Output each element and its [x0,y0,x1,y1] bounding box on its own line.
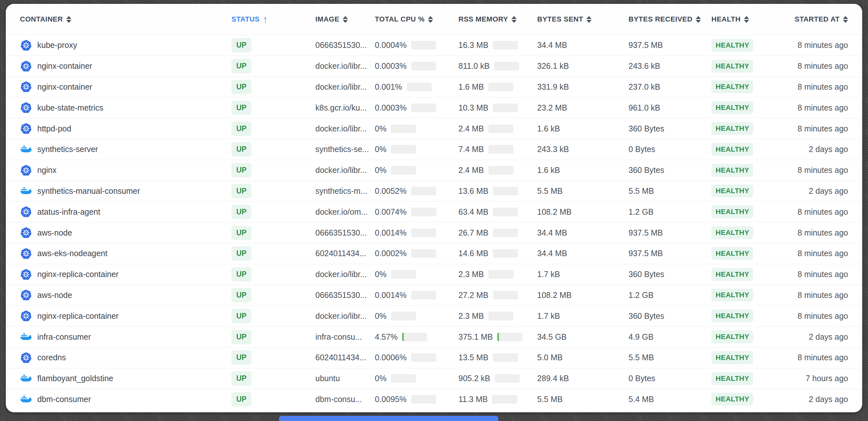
rss-memory-value: 375.1 MB [459,332,493,342]
sort-arrows-icon [744,16,749,23]
health-badge: HEALTHY [711,185,753,197]
column-header-image[interactable]: IMAGE ↑ [315,15,375,24]
cpu-meter [411,103,436,112]
health-badge: HEALTHY [711,247,753,260]
bytes-sent-value: 326.1 kB [537,61,628,71]
cpu-percent-value: 0% [375,312,386,321]
sort-arrows-icon [843,16,848,23]
rss-memory-value: 63.4 MB [459,207,488,217]
status-badge: UP [231,267,251,282]
column-header-label: STATUS [231,15,260,24]
table-row[interactable]: kube-proxy UP 0666351530... 0.0004% 16.3… [6,35,862,56]
column-header-status[interactable]: STATUS ↑ [231,14,315,24]
status-badge: UP [231,350,251,365]
bytes-received-value: 937.5 MB [628,228,711,237]
table-row[interactable]: synthetics-manual-consumer UP synthetics… [6,181,862,201]
image-name: 0666351530... [315,228,375,237]
memory-meter [493,41,518,50]
table-row[interactable]: infra-consumer UP infra-consu... 4.57% 3… [6,326,862,347]
cpu-meter [402,333,427,341]
memory-meter [488,270,514,279]
status-badge: UP [231,101,251,115]
column-header-health[interactable]: HEALTH ↑ [711,15,788,24]
column-header-started_at[interactable]: STARTED AT ↑ [788,15,848,24]
container-name: nginx-container [37,61,92,71]
container-name: nginx-replica-container [37,312,119,321]
table-row[interactable]: httpd-pod UP docker.io/libr... 0% 2.4 MB… [6,118,862,139]
rss-memory-value: 2.3 MB [459,270,484,279]
memory-meter [497,333,522,341]
kubernetes-icon [20,39,32,52]
table-row[interactable]: aws-node UP 0666351530... 0.0014% 27.2 M… [6,285,862,305]
cpu-meter [411,187,436,195]
table-row[interactable]: flamboyant_goldstine UP ubuntu 0% 905.2 … [6,368,862,389]
cpu-percent-value: 0% [375,374,386,383]
cpu-percent-value: 0.0074% [375,207,407,217]
column-header-bytes_sent[interactable]: BYTES SENT ↑ [537,15,628,24]
status-badge: UP [231,142,251,157]
kubernetes-icon [20,81,32,93]
cpu-percent-value: 0.0004% [375,40,407,50]
table-row[interactable]: dbm-consumer UP dbm-consu... 0.0095% 11.… [6,389,862,410]
health-badge: HEALTHY [711,80,753,93]
table-row[interactable]: coredns UP 6024011434... 0.0006% 13.5 MB… [6,347,862,368]
container-name: nginx-container [37,82,92,92]
containers-table-card: CONTAINER ↑ STATUS ↑ IMAGE ↑ TOTAL CPU %… [6,4,862,412]
column-header-cpu[interactable]: TOTAL CPU % ↑ [375,15,459,24]
column-header-rss[interactable]: RSS MEMORY ↑ [459,15,537,24]
horizontal-scrollbar-thumb[interactable] [279,416,498,421]
cpu-percent-value: 0.0014% [375,291,407,300]
table-row[interactable]: synthetics-server UP synthetics-se... 0%… [6,139,862,160]
table-row[interactable]: nginx-replica-container UP docker.io/lib… [6,264,862,285]
bytes-received-value: 1.2 GB [628,291,711,300]
table-row[interactable]: atatus-infra-agent UP docker.io/om... 0.… [6,201,862,222]
container-name: nginx-replica-container [37,270,119,279]
health-badge: HEALTHY [711,60,753,73]
started-at-value: 8 minutes ago [788,207,848,217]
image-name: docker.io/libr... [315,61,375,71]
column-header-label: BYTES SENT [537,15,583,24]
image-name: 0666351530... [315,40,375,50]
started-at-value: 2 days ago [788,332,848,342]
column-header-bytes_received[interactable]: BYTES RECEIVED ↑ [628,15,711,24]
bytes-received-value: 937.5 MB [628,249,711,258]
memory-meter [488,312,514,320]
cpu-percent-value: 0% [375,144,386,154]
started-at-value: 2 days ago [788,186,848,196]
cpu-meter [411,207,436,216]
started-at-value: 8 minutes ago [788,249,848,258]
rss-memory-value: 10.3 MB [459,103,488,112]
table-row[interactable]: nginx-container UP docker.io/libr... 0.0… [6,76,862,97]
health-badge: HEALTHY [711,101,753,114]
table-row[interactable]: nginx-container UP docker.io/libr... 0.0… [6,56,862,76]
bytes-received-value: 0 Bytes [628,144,711,154]
bytes-received-value: 360 Bytes [628,124,711,133]
column-header-container[interactable]: CONTAINER ↑ [20,15,231,24]
cpu-meter [411,249,436,258]
status-badge: UP [231,163,251,177]
sort-ascending-icon: ↑ [263,14,268,24]
image-name: ubuntu [315,374,375,383]
table-row[interactable]: nginx-replica-container UP docker.io/lib… [6,305,862,326]
bytes-sent-value: 34.4 MB [537,40,628,50]
image-name: synthetics-se... [315,144,375,154]
bytes-sent-value: 331.9 kB [537,82,628,92]
memory-meter [493,228,518,237]
bytes-sent-value: 34.5 GB [537,332,628,342]
health-badge: HEALTHY [711,310,753,322]
container-name: dbm-consumer [37,395,91,404]
table-row[interactable]: aws-eks-nodeagent UP 6024011434... 0.000… [6,243,862,264]
image-name: docker.io/om... [315,207,375,217]
bytes-received-value: 1.2 GB [628,207,711,217]
cpu-percent-value: 0% [375,270,386,279]
table-row[interactable]: kube-state-metrics UP k8s.gcr.io/ku... 0… [6,97,862,118]
image-name: docker.io/libr... [315,82,375,92]
status-badge: UP [231,226,251,240]
started-at-value: 8 minutes ago [788,40,848,50]
table-row[interactable]: aws-node UP 0666351530... 0.0014% 26.7 M… [6,222,862,243]
docker-icon [20,185,32,197]
image-name: infra-consu... [315,332,375,342]
table-row[interactable]: nginx UP docker.io/libr... 0% 2.4 MB 1.6… [6,160,862,181]
image-name: docker.io/libr... [315,270,375,279]
docker-icon [20,143,32,156]
